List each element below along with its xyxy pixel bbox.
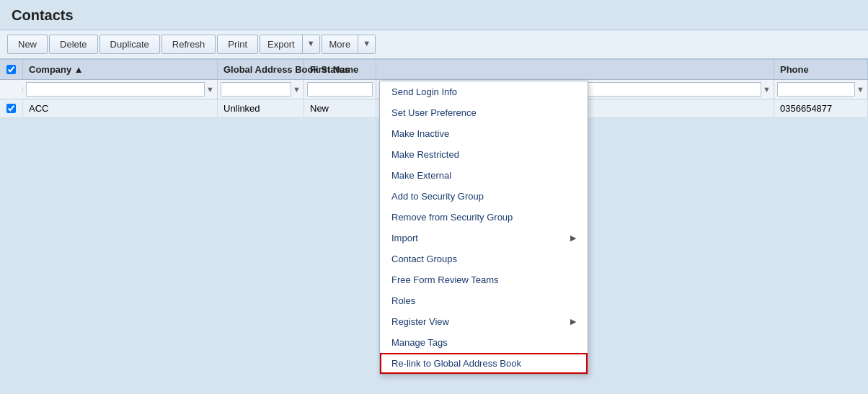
print-button[interactable]: Print <box>217 35 258 54</box>
dropdown-item-label-6: Remove from Security Group <box>391 212 513 223</box>
dropdown-item-4[interactable]: Make External <box>380 165 588 186</box>
header-phone[interactable]: Phone <box>774 60 868 79</box>
select-all-checkbox[interactable] <box>6 65 16 74</box>
firstname-filter-input[interactable] <box>307 82 373 97</box>
dropdown-item-2[interactable]: Make Inactive <box>380 123 588 144</box>
export-main[interactable]: Export <box>260 35 303 53</box>
gab-filter-icon[interactable]: ▼ <box>293 85 301 94</box>
grid-header: Company ▲ Global Address Book Status Fir… <box>0 60 868 80</box>
export-split-button[interactable]: Export ▼ <box>260 35 319 54</box>
header-email[interactable] <box>376 60 774 79</box>
dropdown-submenu-arrow-11: ▶ <box>570 317 576 326</box>
email-filter-icon[interactable]: ▼ <box>763 85 771 94</box>
dropdown-item-label-1: Set User Preference <box>391 107 477 118</box>
filter-company: ▼ <box>23 80 218 99</box>
dropdown-item-7[interactable]: Import▶ <box>380 228 588 249</box>
export-arrow[interactable]: ▼ <box>303 35 319 53</box>
dropdown-item-5[interactable]: Add to Security Group <box>380 186 588 207</box>
row-gab[interactable]: Unlinked <box>218 99 304 117</box>
dropdown-item-11[interactable]: Register View▶ <box>380 311 588 332</box>
dropdown-item-label-12: Manage Tags <box>391 337 448 348</box>
row-checkbox[interactable] <box>6 104 16 113</box>
delete-button[interactable]: Delete <box>49 35 98 54</box>
filter-check <box>0 87 23 91</box>
dropdown-item-label-4: Make External <box>391 170 451 181</box>
dropdown-item-8[interactable]: Contact Groups <box>380 249 588 269</box>
dropdown-item-10[interactable]: Roles <box>380 290 588 311</box>
dropdown-item-label-9: Free Form Review Teams <box>391 274 499 285</box>
header-check <box>0 60 23 79</box>
toolbar: New Delete Duplicate Refresh Print Expor… <box>0 30 868 59</box>
dropdown-item-label-11: Register View <box>391 316 449 327</box>
dropdown-container: Send Login InfoSet User PreferenceMake I… <box>379 81 588 375</box>
dropdown-item-12[interactable]: Manage Tags <box>380 332 588 353</box>
dropdown-item-9[interactable]: Free Form Review Teams <box>380 269 588 290</box>
row-company[interactable]: ACC <box>23 99 218 117</box>
phone-filter-input[interactable] <box>777 82 855 97</box>
header-firstname[interactable]: First Name <box>304 60 376 79</box>
dropdown-item-6[interactable]: Remove from Security Group <box>380 207 588 228</box>
dropdown-item-label-2: Make Inactive <box>391 128 449 139</box>
filter-gab: ▼ <box>218 80 304 99</box>
row-phone[interactable]: 0356654877 <box>774 99 868 117</box>
filter-phone: ▼ <box>774 80 868 99</box>
duplicate-button[interactable]: Duplicate <box>99 35 160 54</box>
new-button[interactable]: New <box>7 35 48 54</box>
more-arrow[interactable]: ▼ <box>358 35 375 53</box>
dropdown-item-label-8: Contact Groups <box>391 254 457 264</box>
dropdown-item-0[interactable]: Send Login Info <box>380 81 588 102</box>
gab-filter-input[interactable] <box>221 82 291 97</box>
header-gab[interactable]: Global Address Book Status <box>218 60 304 79</box>
page-title: Contacts <box>0 0 868 30</box>
dropdown-item-3[interactable]: Make Restricted <box>380 144 588 165</box>
company-filter-icon[interactable]: ▼ <box>206 85 214 94</box>
header-company[interactable]: Company ▲ <box>23 60 218 79</box>
dropdown-item-label-5: Add to Security Group <box>391 191 484 202</box>
refresh-button[interactable]: Refresh <box>161 35 216 54</box>
dropdown-item-13[interactable]: Re-link to Global Address Book <box>380 353 588 374</box>
more-dropdown-menu: Send Login InfoSet User PreferenceMake I… <box>379 81 588 375</box>
dropdown-item-1[interactable]: Set User Preference <box>380 102 588 123</box>
filter-firstname <box>304 80 376 99</box>
dropdown-item-label-3: Make Restricted <box>391 149 459 160</box>
dropdown-item-label-10: Roles <box>391 295 415 306</box>
dropdown-submenu-arrow-7: ▶ <box>570 233 576 243</box>
company-filter-input[interactable] <box>26 82 205 97</box>
row-check <box>0 100 23 117</box>
dropdown-item-label-0: Send Login Info <box>391 86 457 97</box>
more-split-button[interactable]: More ▼ <box>322 35 376 54</box>
dropdown-item-label-7: Import <box>391 233 418 243</box>
row-firstname[interactable]: New <box>304 99 376 117</box>
more-main[interactable]: More <box>322 35 359 53</box>
phone-filter-icon[interactable]: ▼ <box>856 85 864 94</box>
